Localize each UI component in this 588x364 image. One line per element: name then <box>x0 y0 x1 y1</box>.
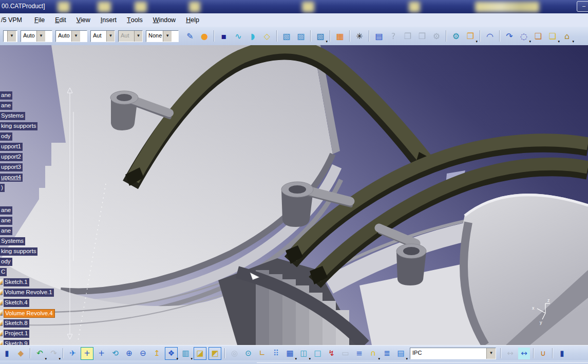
dome-icon[interactable]: ∩▾ <box>367 348 379 359</box>
tree-item-sketch-9[interactable]: Sketch.9 <box>4 340 29 345</box>
tree-item-project-1[interactable]: Project.1 <box>4 330 29 338</box>
cube-icon[interactable]: □ <box>312 348 324 359</box>
grid-icon[interactable]: ▦▾ <box>284 348 296 359</box>
menu-view[interactable]: View <box>71 13 96 27</box>
graph-curve-icon[interactable]: ◠ <box>484 30 496 42</box>
menu-insert[interactable]: Insert <box>96 13 122 27</box>
viewport-3d[interactable]: z x y aneaneSystemsking supportsodyuppor… <box>0 45 588 345</box>
catgraph-icon[interactable]: ⠿ <box>270 348 282 359</box>
render-style-icon[interactable]: ▥▾ <box>180 348 192 359</box>
point-icon[interactable]: ▪ <box>218 30 230 42</box>
ipc-combo[interactable]: IPC▼ <box>410 348 496 359</box>
normal-view-icon[interactable]: ↥ <box>151 348 163 359</box>
layers-stack-icon[interactable]: ❏▾ <box>546 30 559 42</box>
factory-icon[interactable]: ⌂▾ <box>561 30 573 42</box>
tree-item-sketch-8[interactable]: Sketch.8 <box>4 319 29 328</box>
surface-patch-icon[interactable]: ◗ <box>246 30 259 42</box>
select-body-icon[interactable]: ▧▾ <box>314 30 327 42</box>
menu-file[interactable]: File <box>29 13 50 27</box>
tree-item-ane[interactable]: ane <box>0 102 12 110</box>
paintbrush-icon[interactable]: ✎ <box>184 30 196 42</box>
tree-item-ody[interactable]: ody <box>0 258 12 266</box>
combo-dropdown-icon[interactable]: ▼ <box>36 31 45 42</box>
dim-measure-icon[interactable]: ↔ <box>518 348 530 359</box>
combo-dropdown-icon[interactable]: ▼ <box>486 348 496 359</box>
gears-icon[interactable]: ⚙ <box>450 30 462 42</box>
fit-all-icon[interactable]: + <box>81 347 93 360</box>
tree-item-upport3[interactable]: upport3 <box>0 163 23 171</box>
filter-combo-2[interactable]: Auto▼ <box>21 30 52 42</box>
rotate-icon[interactable]: ⟲ <box>109 348 121 359</box>
select-face-icon[interactable]: ▧ <box>280 30 293 42</box>
tree-item-ane[interactable]: ane <box>0 217 12 225</box>
dropdown-arrow-icon[interactable]: ▾ <box>529 40 531 44</box>
iso-view-icon[interactable]: ◪ <box>194 347 206 360</box>
select-hand-icon[interactable]: ⊙ <box>242 348 254 359</box>
minimize-button[interactable]: – <box>577 1 588 12</box>
tree-item-ane[interactable]: ane <box>0 91 12 100</box>
tree-item-fragment[interactable]: ) <box>0 184 5 192</box>
revolve-band-icon[interactable]: ◫▾ <box>298 348 310 359</box>
zoom-in-icon[interactable]: ⊕ <box>123 348 135 359</box>
tree-item-systems[interactable]: Systems <box>0 112 25 120</box>
iso-view-alt-icon[interactable]: ◩ <box>208 347 221 360</box>
menu-help[interactable]: Help <box>181 13 204 27</box>
clipboard-icon[interactable]: ❏ <box>532 30 544 42</box>
catalog-icon[interactable]: ❐▾ <box>464 30 477 42</box>
tree-item-sketch-4[interactable]: Sketch.4 <box>4 299 29 307</box>
menu-5-vpm[interactable]: /5 VPM <box>0 13 29 27</box>
dropdown-arrow-icon[interactable]: ▾ <box>326 40 328 44</box>
extrude-face-icon[interactable]: ◇ <box>261 30 273 42</box>
combo-dropdown-icon[interactable]: ▼ <box>106 31 115 42</box>
edge-partial-icon[interactable]: ▮ <box>1 348 13 359</box>
menu-window[interactable]: Window <box>148 13 181 27</box>
select-edge-icon[interactable]: ▨ <box>295 30 307 42</box>
dropdown-arrow-icon[interactable]: ▾ <box>476 40 478 44</box>
dropdown-arrow-icon[interactable]: ▾ <box>558 40 560 44</box>
partial-right-icon[interactable]: ▮ <box>556 348 568 359</box>
filter-combo-1[interactable]: ▼ <box>3 30 17 42</box>
menu-tools[interactable]: Tools <box>122 13 148 27</box>
tree-item-ane[interactable]: ane <box>0 227 12 235</box>
tree-item-ane[interactable]: ane <box>0 206 12 215</box>
clamp-icon[interactable]: ∪ <box>537 348 549 359</box>
tree-item-sketch-1[interactable]: Sketch.1 <box>4 278 29 286</box>
filter-combo-4[interactable]: Aut▼ <box>90 30 115 42</box>
book-icon[interactable]: ▤▾ <box>395 348 407 359</box>
combo-dropdown-icon[interactable]: ▼ <box>163 31 172 42</box>
form-edit-icon[interactable]: ▤ <box>373 30 385 42</box>
multi-view-icon[interactable]: ❖▾ <box>165 347 178 360</box>
magic-sphere-icon[interactable]: ● <box>198 30 211 42</box>
exit-workbench-icon[interactable]: ◆ <box>15 348 27 359</box>
tree-item-king-supports[interactable]: king supports <box>0 247 37 256</box>
dropdown-arrow-icon[interactable]: ▾ <box>572 40 574 44</box>
redo-icon[interactable]: ↷▾ <box>48 348 60 359</box>
circuit-icon[interactable]: ↯ <box>326 348 337 359</box>
grid-orange-icon[interactable]: ▦ <box>334 30 346 42</box>
list-blue-icon[interactable]: ≣ <box>381 348 393 359</box>
tree-item-systems[interactable]: Systems <box>0 237 25 245</box>
tree-item-upport4[interactable]: upport4 <box>0 174 23 182</box>
undo-icon[interactable]: ↶▾ <box>34 348 46 359</box>
combo-dropdown-icon[interactable]: ▼ <box>71 31 80 42</box>
tree-item-ody[interactable]: ody <box>0 132 12 141</box>
tree-item-upport1[interactable]: upport1 <box>0 143 23 151</box>
tree-item-c[interactable]: C <box>0 268 7 276</box>
spline-icon[interactable]: ∿ <box>232 30 244 42</box>
filter-combo-3[interactable]: Auto▼ <box>55 30 87 42</box>
tree-item-volume-revolve-4[interactable]: Volume Revolve.4 <box>4 309 55 318</box>
filter-combo-6[interactable]: None▼ <box>146 30 179 42</box>
axis-system-icon[interactable]: ∟ <box>256 348 268 359</box>
tree-item-volume-revolve-1[interactable]: Volume Revolve.1 <box>4 289 54 297</box>
zoom-out-icon[interactable]: ⊖ <box>137 348 149 359</box>
tree-structure-icon[interactable]: ≡ <box>353 348 365 359</box>
tree-item-king-supports[interactable]: king supports <box>0 122 37 130</box>
menu-edit[interactable]: Edit <box>50 13 71 27</box>
repeat-xn-icon[interactable]: ↷ <box>503 30 516 42</box>
tree-item-upport2[interactable]: upport2 <box>0 153 23 161</box>
pan-icon[interactable]: + <box>96 348 107 359</box>
update-cycle-icon[interactable]: ◌▾ <box>518 30 530 42</box>
fly-mode-icon[interactable]: ✈ <box>67 348 79 359</box>
combo-dropdown-icon[interactable]: ▼ <box>7 31 16 42</box>
splatter-icon[interactable]: ✳ <box>353 30 366 42</box>
